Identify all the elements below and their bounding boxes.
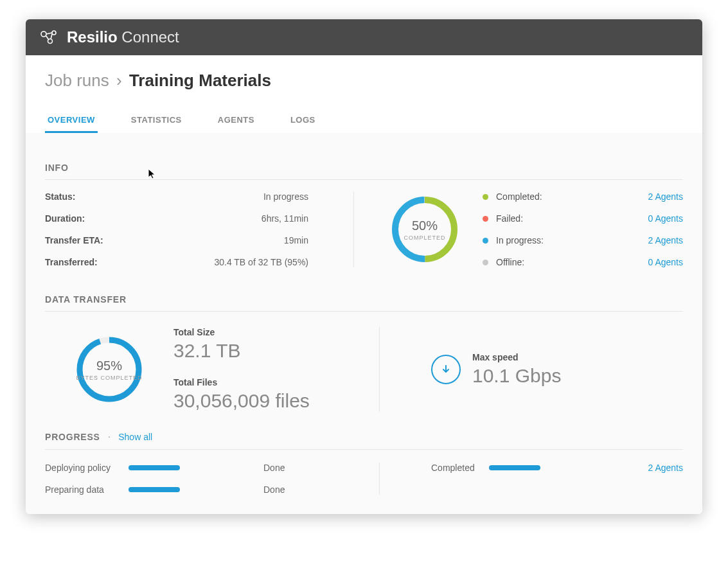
progress-bar xyxy=(129,487,180,492)
total-size-value: 32.1 TB xyxy=(173,340,353,362)
total-size-label: Total Size xyxy=(173,327,353,337)
tab-logs[interactable]: LOGS xyxy=(288,109,318,133)
divider xyxy=(379,463,380,495)
app-window: Resilio Connect Job runs › Training Mate… xyxy=(26,19,702,514)
divider xyxy=(353,191,354,267)
legend-failed-label: Failed: xyxy=(496,213,648,224)
separator-dot: · xyxy=(108,431,111,443)
svg-point-1 xyxy=(52,31,56,35)
dot-inprogress-icon xyxy=(483,238,488,244)
bytes-donut-chart: 95% BYTES COMPLETED xyxy=(74,334,145,405)
bytes-donut-sublabel: BYTES COMPLETED xyxy=(76,375,142,381)
section-title-progress: PROGRESS xyxy=(45,432,100,442)
legend-failed-link[interactable]: 0 Agents xyxy=(648,213,684,224)
tab-agents[interactable]: AGENTS xyxy=(215,109,257,133)
show-all-link[interactable]: Show all xyxy=(118,432,152,442)
breadcrumb: Job runs › Training Materials xyxy=(45,71,683,91)
agents-donut-sublabel: COMPLETED xyxy=(404,235,445,241)
info-table: Status:In progress Duration:6hrs, 11min … xyxy=(45,191,328,267)
dot-offline-icon xyxy=(483,260,488,265)
progress-row: Completed 2 Agents xyxy=(431,463,683,473)
max-speed-value: 10.1 Gbps xyxy=(472,365,561,387)
legend-inprogress-label: In progress: xyxy=(496,235,648,245)
duration-label: Duration: xyxy=(45,213,85,224)
eta-value: 19min xyxy=(284,235,308,245)
total-files-value: 30,056,009 files xyxy=(173,390,353,412)
tab-statistics[interactable]: STATISTICS xyxy=(129,109,184,133)
progress-step-name: Completed xyxy=(431,463,489,473)
progress-step-name: Deploying policy xyxy=(45,463,129,473)
status-label: Status: xyxy=(45,191,75,202)
progress-step-name: Preparing data xyxy=(45,484,129,495)
transferred-value: 30.4 TB of 32 TB (95%) xyxy=(214,257,308,267)
legend-offline-label: Offline: xyxy=(496,257,648,267)
section-title-transfer: DATA TRANSFER xyxy=(45,280,683,312)
agents-legend: Completed: 2 Agents Failed: 0 Agents In … xyxy=(470,191,683,267)
dot-completed-icon xyxy=(483,194,488,200)
progress-agents-link[interactable]: 2 Agents xyxy=(648,463,684,473)
progress-bar xyxy=(129,465,180,470)
resilio-logo-icon xyxy=(40,29,59,46)
status-value: In progress xyxy=(263,191,308,202)
chevron-right-icon: › xyxy=(116,71,122,90)
divider xyxy=(379,327,380,412)
section-title-info: INFO xyxy=(45,148,683,180)
progress-step-status: Done xyxy=(263,484,334,495)
brand-text: Resilio Connect xyxy=(67,28,179,46)
svg-line-5 xyxy=(46,33,52,34)
agents-donut-chart: 50% COMPLETED xyxy=(389,194,460,265)
tab-bar: OVERVIEW STATISTICS AGENTS LOGS xyxy=(45,109,683,133)
legend-completed-label: Completed: xyxy=(496,191,648,202)
svg-line-4 xyxy=(51,34,52,39)
transferred-label: Transferred: xyxy=(45,257,98,267)
breadcrumb-current: Training Materials xyxy=(129,71,271,90)
svg-line-3 xyxy=(46,35,49,40)
tab-overview[interactable]: OVERVIEW xyxy=(45,109,98,133)
legend-inprogress-link[interactable]: 2 Agents xyxy=(648,235,684,245)
download-arrow-icon xyxy=(431,355,461,384)
progress-step-status: Done xyxy=(263,463,334,473)
bytes-donut-percent: 95% xyxy=(96,359,122,373)
dot-failed-icon xyxy=(483,216,488,222)
legend-offline-link[interactable]: 0 Agents xyxy=(648,257,684,267)
progress-row: Preparing data Done xyxy=(45,484,334,495)
duration-value: 6hrs, 11min xyxy=(262,213,308,224)
title-bar: Resilio Connect xyxy=(26,19,702,55)
legend-completed-link[interactable]: 2 Agents xyxy=(648,191,684,202)
max-speed-label: Max speed xyxy=(472,352,561,362)
total-files-label: Total Files xyxy=(173,377,353,387)
breadcrumb-parent[interactable]: Job runs xyxy=(45,71,109,90)
agents-donut-percent: 50% xyxy=(412,218,438,233)
progress-row: Deploying policy Done xyxy=(45,463,334,473)
progress-bar xyxy=(489,465,540,470)
eta-label: Transfer ETA: xyxy=(45,235,103,245)
